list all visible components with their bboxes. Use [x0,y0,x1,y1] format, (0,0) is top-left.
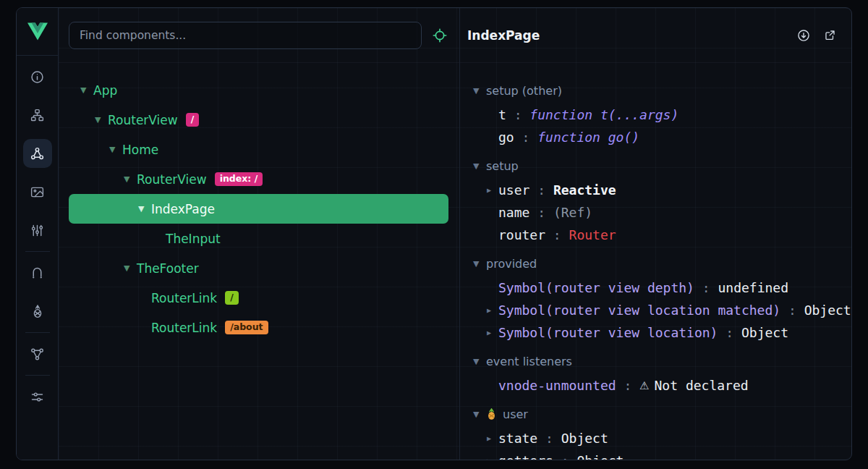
caret-down-icon[interactable]: ▼ [138,205,151,213]
components-pane: ▼ App ▼ RouterView / ▼ Home ▼ RouterView… [59,8,459,460]
prop-value: Object [741,325,788,340]
inspector-row[interactable]: ▶ Symbol(router view location) : Object [473,321,851,344]
pinia-icon [486,408,497,421]
caret-right-icon[interactable]: ▶ [487,187,498,194]
tree-row[interactable]: RouterLink /about [69,313,448,342]
prop-value: Object [804,303,851,318]
inspector-row[interactable]: t : function t(...args) [473,103,851,126]
caret-down-icon[interactable]: ▼ [473,410,486,418]
caret-down-icon[interactable]: ▼ [473,358,486,366]
section-header[interactable]: ▼ setup (other) [473,77,851,103]
inspector-row[interactable]: Symbol(router view depth) : undefined [473,276,851,299]
scroll-to-component-icon[interactable] [796,28,811,43]
tree-row[interactable]: ▼ TheFooter [69,253,448,283]
caret-right-icon[interactable]: ▶ [487,457,498,460]
inspector-row[interactable]: router : Router [473,224,851,246]
section-header[interactable]: ▼ provided [473,250,851,276]
inspector-title: IndexPage [467,28,784,43]
component-name: RouterLink [151,291,217,305]
inspector-row[interactable]: go : function go() [473,126,851,148]
inspector-section: ▼ setup (other) t : function t(...args) … [473,77,851,148]
section-header[interactable]: ▼ user [473,401,851,427]
inspector-row[interactable]: ▶ getters : Object [473,449,851,460]
inspector-section: ▼ user ▶ state : Object [473,401,851,460]
graph-icon[interactable] [23,339,52,368]
caret-down-icon[interactable]: ▼ [124,264,137,272]
caret-right-icon[interactable]: ▶ [487,307,498,314]
caret-down-icon[interactable]: ▼ [124,175,137,183]
open-in-editor-icon[interactable] [823,28,837,42]
sidebar-group-graph [17,333,58,375]
prop-value: Object [561,431,608,446]
inspect-element-icon[interactable] [432,28,448,43]
inspector-row[interactable]: ▶ user : Reactive [473,179,851,201]
key-value-separator: : [780,303,804,318]
tree-row[interactable]: ▼ Home [69,135,448,164]
prop-key: state [498,431,537,446]
caret-down-icon[interactable]: ▼ [95,116,108,124]
warning-icon: ⚠ [639,379,649,392]
inspector-row[interactable]: ▶ Symbol(router view location matched) :… [473,299,851,321]
main-area: ▼ App ▼ RouterView / ▼ Home ▼ RouterView… [59,8,851,460]
caret-down-icon[interactable]: ▼ [109,145,122,153]
prop-value: function t(...args) [529,107,678,122]
tree-row[interactable]: ▼ App [69,75,448,105]
settings-icon[interactable] [23,382,52,411]
route-badge: / [225,291,239,305]
inspector-section: ▼ provided Symbol(router view depth) : u… [473,250,851,344]
caret-right-icon[interactable]: ▶ [487,435,498,442]
search-input[interactable] [69,22,422,49]
key-value-separator: : [718,325,741,340]
prop-key: getters [498,453,553,460]
prop-value: Object [576,453,624,460]
info-icon[interactable] [23,62,52,91]
key-value-separator: : [545,227,569,242]
component-name: RouterView [108,113,178,127]
prop-value: function go() [537,130,639,145]
components-toolbar [59,8,459,63]
caret-down-icon[interactable]: ▼ [473,260,486,268]
section-label: setup [486,159,519,173]
prop-value: (Ref) [553,205,592,220]
tree-row[interactable]: TheInput [69,224,448,253]
component-name: RouterLink [151,321,217,335]
prop-key: Symbol(router view location) [498,325,718,340]
assets-icon[interactable] [23,177,52,206]
pinia-icon[interactable] [23,297,52,326]
inspector-row[interactable]: ▶ state : Object [473,427,851,449]
prop-key: user [498,182,529,198]
key-value-separator: : [553,453,577,460]
tree-row[interactable]: RouterLink / [69,283,448,313]
components-icon[interactable] [23,139,52,168]
options-icon[interactable] [23,216,52,245]
caret-down-icon[interactable]: ▼ [473,162,486,170]
section-label: provided [486,257,537,271]
caret-down-icon[interactable]: ▼ [473,87,486,95]
vue-logo [17,8,58,56]
caret-down-icon[interactable]: ▼ [80,86,93,94]
tree-row-selected[interactable]: ▼ IndexPage [69,194,448,224]
section-header[interactable]: ▼ setup [473,153,851,179]
prop-key: Symbol(router view depth) [498,280,694,295]
component-name: Home [122,143,158,157]
prop-key: router [498,227,545,242]
section-label: user [503,407,528,421]
hooks-icon[interactable] [23,258,52,287]
route-badge: index: / [215,172,263,186]
sidebar-group-main [17,56,58,251]
caret-right-icon[interactable]: ▶ [487,329,498,337]
component-name: IndexPage [151,202,215,216]
inspector-section: ▼ setup ▶ user : Reactive name : (Ref) r… [473,153,851,246]
route-badge: / [186,113,200,127]
section-header[interactable]: ▼ event listeners [473,348,851,374]
tree-row[interactable]: ▼ RouterView index: / [69,164,448,194]
prop-key: Symbol(router view location matched) [498,303,780,318]
section-label: setup (other) [486,84,562,98]
inspector-body: ▼ setup (other) t : function t(...args) … [460,63,851,460]
tree-row[interactable]: ▼ RouterView / [69,105,448,135]
component-tree-icon[interactable] [23,101,52,130]
inspector-row[interactable]: vnode-unmounted : ⚠Not declared [473,374,851,397]
inspector-row[interactable]: name : (Ref) [473,201,851,224]
devtools-window: ▼ App ▼ RouterView / ▼ Home ▼ RouterView… [16,7,852,460]
prop-value: Reactive [553,182,616,198]
